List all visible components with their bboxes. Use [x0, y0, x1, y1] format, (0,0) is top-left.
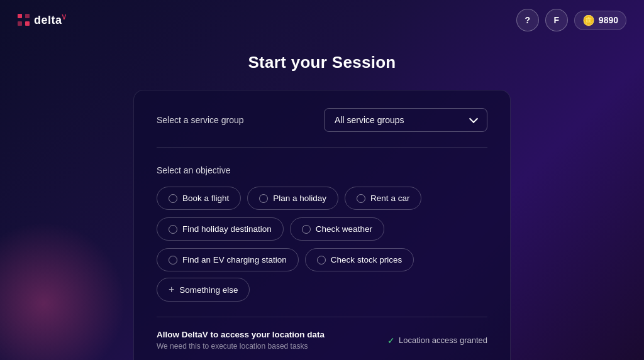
- location-info: Allow DeltaV to access your location dat…: [157, 330, 325, 351]
- radio-icon: [302, 225, 311, 234]
- session-card: Select a service group All service group…: [133, 90, 511, 360]
- main-content: Start your Session Select a service grou…: [0, 40, 644, 360]
- objective-rent-car[interactable]: Rent a car: [345, 187, 421, 210]
- radio-icon: [357, 194, 365, 203]
- objective-label: Find an EV charging station: [182, 255, 287, 265]
- credits-display[interactable]: 🪙 9890: [574, 11, 626, 30]
- credits-value: 9890: [599, 15, 618, 25]
- objectives-row-1: Book a flight Plan a holiday Rent a car: [157, 187, 487, 210]
- objective-plan-holiday[interactable]: Plan a holiday: [247, 187, 338, 210]
- objective-label: Book a flight: [182, 194, 229, 203]
- objective-label: Check stock prices: [331, 255, 402, 265]
- logo-dot-3: [18, 21, 22, 26]
- service-group-label: Select a service group: [157, 115, 244, 125]
- location-description: We need this to execute location based t…: [157, 342, 325, 351]
- credits-icon: 🪙: [582, 14, 595, 26]
- objective-something-else[interactable]: + Something else: [157, 278, 250, 302]
- objectives-row-3: Find an EV charging station Check stock …: [157, 248, 487, 302]
- radio-icon: [169, 194, 177, 203]
- divider: [157, 317, 487, 317]
- objective-find-holiday[interactable]: Find holiday destination: [157, 217, 284, 241]
- navbar: deltaV ? F 🪙 9890: [0, 0, 644, 40]
- objectives-row-2: Find holiday destination Check weather: [157, 217, 487, 241]
- location-title: Allow DeltaV to access your location dat…: [157, 330, 325, 339]
- objective-check-stocks[interactable]: Check stock prices: [305, 248, 414, 271]
- checkmark-icon: ✓: [387, 335, 395, 346]
- radio-icon: [259, 194, 268, 203]
- help-button[interactable]: ?: [516, 9, 539, 31]
- plus-icon: +: [169, 285, 174, 295]
- objective-label: Rent a car: [370, 194, 409, 203]
- location-status-text: Location access granted: [399, 335, 487, 345]
- nav-right: ? F 🪙 9890: [516, 9, 626, 31]
- logo: deltaV: [18, 14, 67, 27]
- user-avatar-button[interactable]: F: [545, 9, 568, 31]
- objectives-grid: Book a flight Plan a holiday Rent a car …: [157, 187, 487, 302]
- radio-icon: [169, 256, 177, 265]
- service-group-dropdown[interactable]: All service groups: [324, 108, 487, 132]
- page-title: Start your Session: [248, 53, 396, 72]
- logo-icon: [18, 14, 30, 26]
- logo-text: deltaV: [34, 14, 67, 27]
- service-group-selected: All service groups: [335, 115, 404, 125]
- objective-label: Something else: [179, 285, 238, 295]
- logo-dot-1: [18, 14, 22, 18]
- service-group-row: Select a service group All service group…: [157, 108, 487, 148]
- logo-dot-2: [25, 14, 30, 18]
- objective-label: Plan a holiday: [273, 194, 326, 203]
- radio-icon: [169, 225, 177, 234]
- objective-check-weather[interactable]: Check weather: [290, 217, 384, 241]
- radio-icon: [317, 256, 326, 265]
- chevron-down-icon: [469, 114, 478, 123]
- location-status: ✓ Location access granted: [387, 335, 487, 346]
- logo-dot-4: [25, 21, 30, 26]
- objective-label: Check weather: [316, 224, 372, 234]
- location-row: Allow DeltaV to access your location dat…: [157, 330, 487, 351]
- objective-find-ev[interactable]: Find an EV charging station: [157, 248, 299, 271]
- objective-label: Find holiday destination: [182, 224, 272, 234]
- objective-book-flight[interactable]: Book a flight: [157, 187, 241, 210]
- objectives-label: Select an objective: [157, 165, 487, 175]
